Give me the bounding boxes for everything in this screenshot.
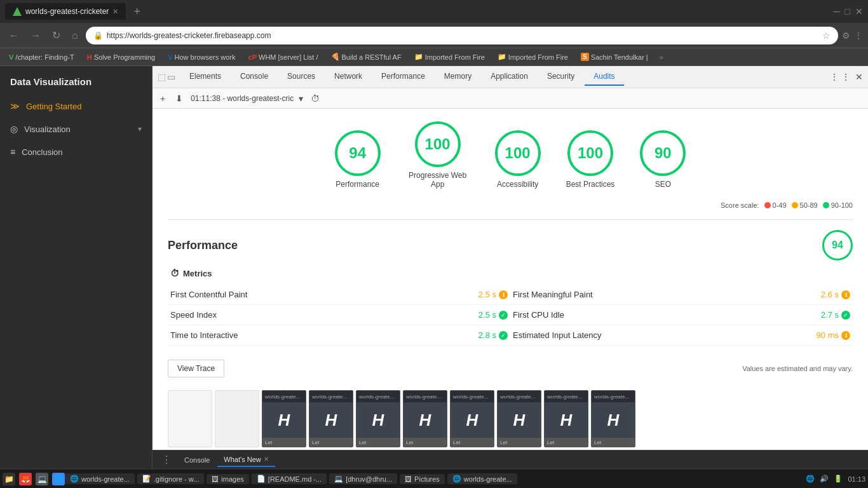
minimize-icon[interactable]: ─ xyxy=(834,6,840,17)
devtools-inspect-icon[interactable]: ⬚ xyxy=(158,72,166,82)
taskbar-app-worlds-1[interactable]: 🌐 worlds-greate... xyxy=(65,473,135,484)
bookmark-browsers[interactable]: V How browsers work xyxy=(164,52,239,62)
metric-val-si: 2.5 s xyxy=(478,310,496,320)
bookmarks-bar: V /chapter: Finding-T H Solve Programmin… xyxy=(0,48,868,66)
bookmarks-more-button[interactable]: » xyxy=(660,53,663,61)
home-button[interactable]: ⌂ xyxy=(68,27,82,44)
performance-score-circle: 94 xyxy=(822,230,853,261)
taskbar-app-label-1: worlds-greate... xyxy=(81,475,130,483)
devtools-close-button[interactable]: ✕ xyxy=(855,72,863,82)
maximize-icon[interactable]: □ xyxy=(845,6,850,17)
tab-sources[interactable]: Sources xyxy=(278,68,324,86)
tab-application[interactable]: Application xyxy=(482,68,537,86)
view-trace-button[interactable]: View Trace xyxy=(168,360,224,377)
bookmark-icon-folder2: 📁 xyxy=(498,53,506,61)
tab-memory[interactable]: Memory xyxy=(435,68,480,86)
taskbar-app-pictures[interactable]: 🖼 Pictures xyxy=(400,474,445,484)
bookmark-sachin[interactable]: S Sachin Tendulkar | xyxy=(577,51,652,62)
taskbar-system-icons: 📁 🦊 💻 🌐 xyxy=(3,473,65,485)
taskbar-app-worlds-2[interactable]: 🌐 worlds-greate... xyxy=(447,473,517,484)
address-bar[interactable]: 🔒 https://worlds-greatest-cricketer.fire… xyxy=(86,27,838,44)
film-frame-2: worlds-greate... H Let xyxy=(262,390,306,447)
section-divider xyxy=(168,219,853,220)
taskbar-app-gitignore[interactable]: 📝 .gitignore - w... xyxy=(137,473,205,484)
audit-clock-icon[interactable]: ⏱ xyxy=(308,92,322,105)
metric-estimated-input-latency: Estimated Input Latency 90 ms ℹ xyxy=(510,325,853,346)
performance-score-value: 94 xyxy=(832,240,843,251)
bookmark-whm[interactable]: cP WHM [server] List / xyxy=(245,52,322,62)
bookmark-solve[interactable]: H Solve Programming xyxy=(83,52,159,62)
taskbar-app-dhruv[interactable]: 💻 [dhruv@dhru... xyxy=(329,473,397,484)
browser-window: worlds-greatest-cricketer ✕ + ─ □ ✕ ← → … xyxy=(0,0,868,488)
bookmark-imported1[interactable]: 📁 Imported From Fire xyxy=(410,51,489,62)
bottom-dots-icon[interactable]: ⋮ xyxy=(158,454,175,466)
devtools-responsive-icon[interactable]: ▭ xyxy=(167,72,175,82)
metrics-clock-icon: ⏱ xyxy=(170,268,179,278)
metric-badge-fcp: ℹ xyxy=(499,290,508,299)
audit-download-icon[interactable]: ⬇ xyxy=(173,92,186,105)
scale-dot-green xyxy=(823,202,829,208)
score-seo: 90 SEO xyxy=(640,130,686,189)
audit-dropdown-icon[interactable]: ▾ xyxy=(299,93,303,104)
bottom-tab-console-label: Console xyxy=(184,456,210,464)
film-frame-header-4: worlds-greate... xyxy=(359,394,394,400)
film-logo-7: H xyxy=(513,410,526,430)
film-frame-header-3: worlds-greate... xyxy=(312,394,347,400)
taskbar-icon-chrome[interactable]: 🌐 xyxy=(52,473,65,485)
film-logo-8: H xyxy=(560,410,573,430)
main-area: Data Visualization ≫ Getting Started ◎ V… xyxy=(0,66,868,469)
devtools-tab-bar: ⬚ ▭ Elements Console Sources Network Per… xyxy=(153,66,868,88)
reload-button[interactable]: ↻ xyxy=(48,27,64,44)
taskbar-icon-files[interactable]: 📁 xyxy=(3,473,15,485)
tab-console[interactable]: Console xyxy=(231,68,277,86)
score-label-performance: Performance xyxy=(336,180,379,189)
performance-section-header: Performance 94 xyxy=(168,230,853,261)
metric-badge-fci: ✓ xyxy=(841,311,850,320)
devtools-settings-icon[interactable]: ⋮ xyxy=(830,72,839,82)
navigation-bar: ← → ↻ ⌂ 🔒 https://worlds-greatest-cricke… xyxy=(0,23,868,48)
tab-performance[interactable]: Performance xyxy=(372,68,434,86)
metric-val-fcp: 2.5 s xyxy=(478,290,496,299)
bookmark-icon-s: S xyxy=(581,53,589,61)
sidebar-item-visualization[interactable]: ◎ Visualization ▾ xyxy=(0,118,152,140)
metric-name-si: Speed Index xyxy=(170,310,217,320)
bottom-tab-whats-new[interactable]: What's New ✕ xyxy=(217,453,275,467)
new-tab-button[interactable]: + xyxy=(131,5,143,18)
tab-elements[interactable]: Elements xyxy=(180,68,230,86)
film-footer-6: Let xyxy=(453,440,460,445)
film-footer-7: Let xyxy=(500,440,507,445)
tab-audits[interactable]: Audits xyxy=(585,68,623,86)
tab-network[interactable]: Network xyxy=(325,68,371,86)
taskbar-app-images[interactable]: 🖼 images xyxy=(207,474,248,484)
window-controls: ─ □ ✕ xyxy=(834,6,863,17)
metric-first-contentful-paint: First Contentful Paint 2.5 s ℹ xyxy=(168,285,510,305)
film-logo-4: H xyxy=(372,410,384,430)
back-button[interactable]: ← xyxy=(5,27,23,44)
star-icon[interactable]: ☆ xyxy=(822,30,831,41)
forward-button[interactable]: → xyxy=(27,27,44,44)
bookmark-icon-v: V xyxy=(9,53,13,61)
bookmark-imported2[interactable]: 📁 Imported From Fire xyxy=(494,51,572,62)
bookmark-chapter[interactable]: V /chapter: Finding-T xyxy=(5,52,78,62)
extensions-icon[interactable]: ⚙ xyxy=(842,30,850,41)
sidebar-item-conclusion[interactable]: ≡ Conclusion xyxy=(0,140,152,163)
devtools-panel: ⬚ ▭ Elements Console Sources Network Per… xyxy=(153,66,868,469)
sidebar-item-getting-started[interactable]: ≫ Getting Started xyxy=(0,95,152,118)
taskbar-app-readme[interactable]: 📄 [README.md -... xyxy=(252,473,327,484)
bottom-tab-close-icon[interactable]: ✕ xyxy=(264,456,269,463)
bookmark-restful[interactable]: 🍕 Build a RESTful AF xyxy=(327,51,405,62)
bottom-tab-console[interactable]: Console xyxy=(178,453,216,467)
devtools-vertical-dots-icon[interactable]: ⋮ xyxy=(841,72,850,82)
close-icon[interactable]: ✕ xyxy=(855,6,863,17)
tab-security[interactable]: Security xyxy=(538,68,583,86)
active-tab[interactable]: worlds-greatest-cricketer ✕ xyxy=(5,3,126,20)
audit-add-icon[interactable]: + xyxy=(158,92,168,105)
taskbar-app-label-2: .gitignore - w... xyxy=(154,475,200,483)
taskbar-icon-firefox[interactable]: 🦊 xyxy=(19,473,32,485)
score-performance: 94 Performance xyxy=(335,130,381,189)
metric-badge-si: ✓ xyxy=(499,311,508,320)
film-footer-text: Let xyxy=(265,440,272,445)
tab-close-button[interactable]: ✕ xyxy=(112,8,118,16)
menu-icon[interactable]: ⋮ xyxy=(854,30,863,41)
taskbar-icon-terminal[interactable]: 💻 xyxy=(36,473,48,485)
